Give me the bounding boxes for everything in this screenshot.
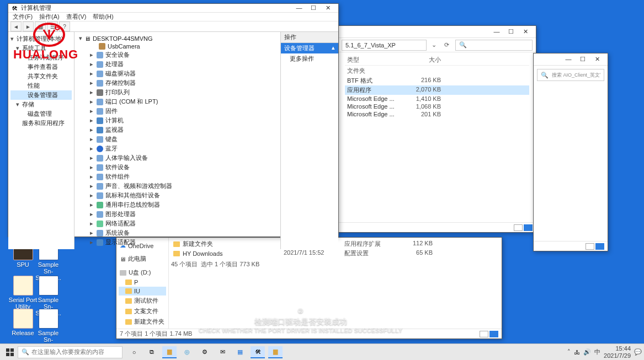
svg-rect-6 xyxy=(10,352,14,356)
device-node[interactable]: ▸显示适配器 xyxy=(79,238,276,247)
device-tree[interactable]: ▾🖥DESKTOP-44SMVNG UsbCamera▸安全设备▸处理器▸磁盘驱… xyxy=(74,32,280,249)
device-node[interactable]: ▸键盘 xyxy=(79,135,276,144)
device-node[interactable]: ▸软件设备 xyxy=(79,163,276,172)
dropdown-icon[interactable]: ⌄ xyxy=(430,41,438,49)
task-cortana[interactable]: ○ xyxy=(127,346,141,358)
device-node[interactable]: ▸网络适配器 xyxy=(79,219,276,228)
system-tray[interactable]: ˄ 🖧 🔊 中 15:44 2021/7/29 💬 xyxy=(567,345,642,358)
file-type-list[interactable]: 类型大小 文件夹 BTF 格式216 KB 应用程序2,070 KB Micro… xyxy=(338,52,536,222)
menu-help[interactable]: 帮助(H) xyxy=(93,13,113,21)
task-explorer[interactable]: ▆ xyxy=(162,346,177,358)
taskbar[interactable]: 🔍 在这里输入你要搜索的内容 ○ ⧉ ▆ ◎ ⚙ ✉ ▦ 🛠 ▆ ˄ 🖧 🔊 中… xyxy=(0,343,644,360)
device-node[interactable]: ▸鼠标和其他指针设备 xyxy=(79,191,276,200)
tree-item[interactable]: 设备管理器 xyxy=(10,90,72,100)
device-node[interactable]: ▸安全设备 xyxy=(79,50,276,60)
search-field[interactable]: 🔍 搜索 AIO_Client_英文官方版... xyxy=(537,69,604,81)
nav-usb[interactable]: U盘 (D:) xyxy=(119,267,166,278)
task-app[interactable]: ▦ xyxy=(233,346,247,358)
tree-item[interactable]: 事件查看器 xyxy=(10,62,72,72)
type-row[interactable]: Microsoft Edge ...1,068 KB xyxy=(345,103,529,110)
device-node[interactable]: ▸处理器 xyxy=(79,60,276,69)
maximize-button[interactable]: ☐ xyxy=(504,28,518,35)
view-toggle[interactable] xyxy=(514,224,533,231)
minimize-button[interactable]: — xyxy=(489,28,504,35)
refresh-button[interactable]: ⟳ xyxy=(441,41,452,49)
device-root[interactable]: ▾🖥DESKTOP-44SMVNG xyxy=(79,34,276,42)
tree-item[interactable]: ▾存储 xyxy=(10,100,72,109)
search-icon: 🔍 xyxy=(22,348,29,356)
device-node[interactable]: ▸存储控制器 xyxy=(79,78,276,88)
tray-chevron-icon[interactable]: ˄ xyxy=(567,348,571,356)
titlebar[interactable]: 🛠 计算机管理 — ☐ ✕ xyxy=(8,4,338,13)
task-settings[interactable]: ⚙ xyxy=(198,346,212,358)
minimize-button[interactable]: — xyxy=(292,4,306,12)
device-node[interactable]: ▸计算机 xyxy=(79,116,276,125)
action-item[interactable]: 更多操作 xyxy=(281,53,338,64)
nav-thispc[interactable]: 🖥此电脑 xyxy=(119,254,166,264)
menu-file[interactable]: 文件(F) xyxy=(13,13,33,21)
close-button[interactable]: ✕ xyxy=(321,4,335,12)
column-headers[interactable]: 类型大小 xyxy=(345,55,529,66)
tray-clock[interactable]: 15:44 2021/7/29 xyxy=(604,345,631,358)
device-node[interactable]: ▸打印队列 xyxy=(79,88,276,97)
tray-network-icon[interactable]: 🖧 xyxy=(574,349,580,356)
device-node[interactable]: ▸通用串行总线控制器 xyxy=(79,200,276,209)
device-node[interactable]: ▸系统设备 xyxy=(79,228,276,238)
close-button[interactable]: ✕ xyxy=(590,56,604,63)
maximize-button[interactable]: ☐ xyxy=(576,56,590,63)
actions-pane[interactable]: 操作 设备管理器▴ 更多操作 xyxy=(280,32,338,249)
device-node[interactable]: ▸磁盘驱动器 xyxy=(79,69,276,78)
address-bar[interactable]: 5.1_6_7_Vista_XP ⌄ ⟳ 🔍 xyxy=(338,38,536,52)
type-row[interactable]: Microsoft Edge ...1,410 KB xyxy=(345,95,529,103)
taskbar-search[interactable]: 🔍 在这里输入你要搜索的内容 xyxy=(18,346,123,358)
task-mgmt[interactable]: 🛠 xyxy=(251,346,265,358)
menu-action[interactable]: 操作(A) xyxy=(39,13,60,21)
type-row[interactable]: BTF 格式216 KB xyxy=(345,76,529,85)
close-button[interactable]: ✕ xyxy=(518,28,533,35)
view-toggle[interactable] xyxy=(480,331,498,337)
type-row[interactable]: Microsoft Edge ...201 KB xyxy=(345,110,529,118)
action-item[interactable]: 设备管理器▴ xyxy=(281,43,338,53)
view-toggle[interactable] xyxy=(586,243,604,250)
tree-item[interactable]: 性能 xyxy=(10,81,72,90)
device-node[interactable]: ▸端口 (COM 和 LPT) xyxy=(79,97,276,106)
menu-view[interactable]: 查看(V) xyxy=(66,13,87,21)
task-mail[interactable]: ✉ xyxy=(215,346,230,358)
titlebar[interactable]: — ☐ ✕ xyxy=(338,26,536,38)
tray-ime[interactable]: 中 xyxy=(594,348,600,356)
minimize-button[interactable]: — xyxy=(561,56,576,63)
tree-item[interactable]: 磁盘管理 xyxy=(10,109,72,119)
device-node[interactable]: ▸图形处理器 xyxy=(79,209,276,219)
maximize-button[interactable]: ☐ xyxy=(306,4,321,12)
nav-folder-iu[interactable]: IU xyxy=(119,287,166,295)
tree-item[interactable]: 服务和应用程序 xyxy=(10,119,72,128)
nav-folder-doc[interactable]: 文案文件 xyxy=(119,306,166,316)
tray-volume-icon[interactable]: 🔊 xyxy=(583,348,591,356)
task-folder[interactable]: ▆ xyxy=(268,346,283,358)
task-taskview[interactable]: ⧉ xyxy=(145,346,159,358)
device-node[interactable]: UsbCamera xyxy=(79,42,276,50)
start-button[interactable] xyxy=(2,346,18,358)
path-field[interactable]: 5.1_6_7_Vista_XP xyxy=(342,40,427,51)
search-field[interactable]: 🔍 xyxy=(455,40,533,51)
nav-folder-test[interactable]: 测试软件 xyxy=(119,295,166,306)
console-tree[interactable]: ▾计算机管理(本地)▾系统工具任务计划程序事件查看器共享文件夹性能设备管理器▾存… xyxy=(8,32,74,249)
search-window[interactable]: — ☐ ✕ 🔍 搜索 AIO_Client_英文官方版... xyxy=(533,53,608,251)
device-node[interactable]: ▸人体学输入设备 xyxy=(79,153,276,163)
device-node[interactable]: ▸声音、视频和游戏控制器 xyxy=(79,181,276,191)
tray-notifications-icon[interactable]: 💬 xyxy=(634,348,642,356)
device-node[interactable]: ▸监视器 xyxy=(79,125,276,135)
file-row[interactable]: HY Downloads 2021/7/1 15:52 配置设置 65 KB xyxy=(171,249,499,258)
explorer-window-types[interactable]: — ☐ ✕ 5.1_6_7_Vista_XP ⌄ ⟳ 🔍 类型大小 文件夹 BT… xyxy=(338,25,536,233)
nav-folder-new[interactable]: 新建文件夹 xyxy=(119,316,166,327)
type-row[interactable]: 应用程序2,070 KB xyxy=(345,85,529,95)
menu-bar[interactable]: 文件(F) 操作(A) 查看(V) 帮助(H) xyxy=(8,13,338,22)
device-node[interactable]: ▸蓝牙 xyxy=(79,144,276,153)
nav-folder-p[interactable]: P xyxy=(119,278,166,287)
device-node[interactable]: ▸固件 xyxy=(79,106,276,116)
device-node[interactable]: ▸软件组件 xyxy=(79,172,276,181)
explorer-nav[interactable]: ☁OneDrive 🖥此电脑 U盘 (D:) P IU 测试软件 文案文件 新建… xyxy=(116,238,169,329)
task-edge[interactable]: ◎ xyxy=(180,346,194,358)
titlebar[interactable]: — ☐ ✕ xyxy=(534,53,608,66)
tree-item[interactable]: 共享文件夹 xyxy=(10,72,72,81)
